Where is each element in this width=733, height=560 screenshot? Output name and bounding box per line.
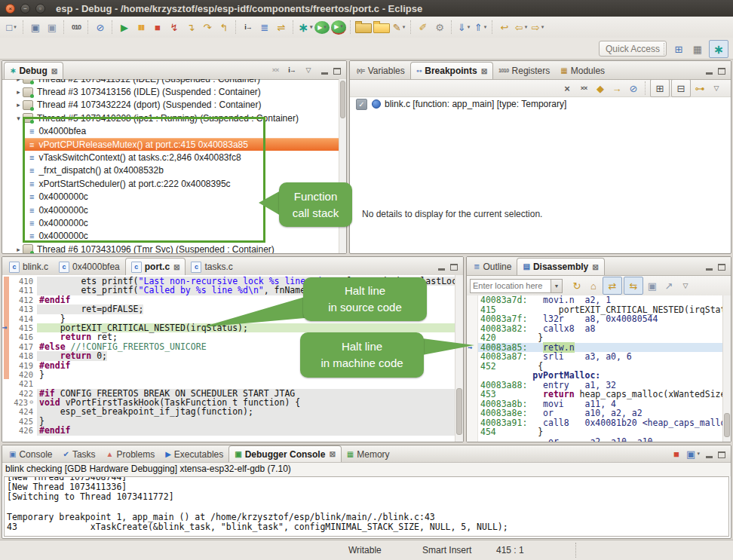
drop-to-frame-icon[interactable]: ≣ bbox=[257, 19, 272, 35]
suspend-icon[interactable]: ▮▮ bbox=[133, 19, 149, 35]
console-tab-memory[interactable]: ▦Memory bbox=[342, 446, 395, 462]
debug-perspective-icon[interactable]: ∗ bbox=[709, 40, 728, 58]
run-dropdown-icon[interactable]: ▾ bbox=[324, 24, 327, 30]
console-tab-tasks[interactable]: ✔Tasks bbox=[57, 446, 100, 462]
remove-selected-breakpoints-icon[interactable]: × bbox=[560, 80, 575, 96]
resume-icon[interactable]: ▶ bbox=[117, 19, 132, 35]
thread-row[interactable]: ▸Thread #4 1073432224 (dport) (Suspended… bbox=[2, 99, 339, 112]
new-wizard-icon[interactable]: □▾ bbox=[4, 19, 19, 35]
search-pencil-dropdown-icon[interactable]: ▾ bbox=[403, 24, 406, 30]
debug-tab-debug[interactable]: ∗Debug⊠ bbox=[4, 62, 63, 79]
pin-view-icon[interactable]: ↗ bbox=[661, 277, 676, 294]
back-dropdown-icon[interactable]: ▾ bbox=[525, 24, 528, 30]
folder-icon[interactable] bbox=[373, 23, 390, 33]
link-with-debug-view-icon[interactable]: ⊶ bbox=[692, 80, 707, 96]
breakpoints-tab-modules[interactable]: ▦Modules bbox=[555, 63, 610, 79]
display-selected-console-icon[interactable]: ▣▾ bbox=[685, 445, 701, 462]
console-output[interactable]: [New Thread 1073468744][New Thread 10734… bbox=[4, 476, 729, 537]
console-view-maximize-icon[interactable] bbox=[718, 451, 725, 458]
debug-configurations-icon[interactable]: ∗▾ bbox=[298, 19, 313, 35]
cpp-perspective-icon[interactable]: ▦ bbox=[690, 41, 705, 57]
disassembly-tab-outline[interactable]: ≣Outline bbox=[468, 259, 517, 275]
stack-frame-row[interactable]: ≡vPortCPUReleaseMutex() at port.c:415 0x… bbox=[23, 138, 339, 151]
editor-maximize-icon[interactable] bbox=[450, 264, 458, 271]
stack-frame-row[interactable]: ≡0x4000000c bbox=[2, 230, 339, 243]
remove-all-terminated-icon[interactable]: ×× bbox=[268, 62, 283, 78]
save-all-icon[interactable]: ▣ bbox=[44, 19, 60, 35]
console-terminate-icon[interactable]: ■ bbox=[669, 445, 684, 462]
last-edit-location-icon[interactable]: ↩ bbox=[497, 19, 512, 35]
back-icon[interactable]: ⇦▾ bbox=[514, 19, 529, 35]
thread-row[interactable]: ▸Thread #2 1073411312 (IDLE) (Suspended … bbox=[2, 79, 339, 85]
editor-scrollbar[interactable] bbox=[455, 275, 463, 442]
console-tab-debugger-console[interactable]: ▣Debugger Console⊠ bbox=[228, 445, 342, 462]
open-new-view-icon[interactable]: ▣ bbox=[645, 277, 660, 294]
breakpoints-tab-breakpoints[interactable]: ●●Breakpoints⊠ bbox=[410, 62, 493, 79]
folder-open-icon[interactable] bbox=[355, 23, 372, 33]
step-into-icon[interactable]: ↴ bbox=[183, 19, 198, 35]
use-step-filters-icon[interactable]: ⇌ bbox=[274, 19, 289, 35]
thread-row[interactable]: ▸Thread #6 1073431096 (Tmr Svc) (Suspend… bbox=[2, 243, 339, 253]
collapse-all-icon[interactable]: ⊟ bbox=[671, 79, 691, 97]
previous-annotation-icon[interactable]: ⇑▾ bbox=[473, 19, 488, 35]
editor-minimize-icon[interactable] bbox=[438, 268, 445, 271]
disassembly-view-minimize-icon[interactable] bbox=[706, 268, 713, 271]
instruction-stepping-mode-icon[interactable]: i→ bbox=[241, 19, 256, 35]
next-annotation-dropdown-icon[interactable]: ▾ bbox=[468, 24, 471, 30]
forward-dropdown-icon[interactable]: ▾ bbox=[541, 24, 544, 30]
disassembly-scrollbar[interactable] bbox=[722, 295, 731, 442]
console-view-minimize-icon[interactable] bbox=[706, 456, 713, 458]
breakpoints-view-minimize-icon[interactable] bbox=[706, 72, 713, 75]
go-to-file-for-breakpoint-icon[interactable]: → bbox=[609, 80, 624, 96]
show-breakpoints-supported-icon[interactable]: ◆ bbox=[593, 80, 608, 96]
stack-frame-row[interactable]: ≡0x4000bfea bbox=[2, 125, 339, 138]
debug-instruction-stepping-icon[interactable]: i→ bbox=[284, 62, 299, 78]
disassembly-refresh-icon[interactable]: ↻ bbox=[569, 277, 584, 294]
disconnect-icon[interactable]: ↯ bbox=[167, 19, 182, 35]
track-expression-icon[interactable]: ⇆ bbox=[624, 277, 643, 295]
open-perspective-icon[interactable]: ⊞ bbox=[671, 41, 686, 57]
close-tab-icon[interactable]: ⊠ bbox=[481, 67, 487, 75]
breakpoints-tab-variables[interactable]: (x)=Variables bbox=[351, 63, 410, 79]
skip-all-breakpoints-view-icon[interactable]: ⊘ bbox=[626, 80, 641, 96]
editor-tab-tasks-c[interactable]: ctasks.c bbox=[186, 259, 238, 275]
minimize-window-button[interactable]: − bbox=[20, 4, 30, 14]
new-wizard-dropdown-icon[interactable]: ▾ bbox=[14, 24, 17, 30]
breakpoints-tab-registers[interactable]: 1010Registers bbox=[493, 63, 555, 79]
stack-frame-row[interactable]: ≡vTaskSwitchContext() at tasks.c:2,846 0… bbox=[2, 151, 339, 164]
disassembly-listing[interactable]: 40083a7d: movi.n a2, 1415 portEXIT_CRITI… bbox=[467, 295, 723, 442]
disassembly-view-menu-icon[interactable]: ▽ bbox=[678, 277, 693, 294]
close-tab-icon[interactable]: ⊠ bbox=[173, 263, 179, 271]
tree-twisty-icon[interactable]: ▸ bbox=[14, 79, 23, 83]
tree-twisty-icon[interactable]: ▸ bbox=[14, 88, 23, 96]
debug-view-maximize-icon[interactable] bbox=[333, 68, 341, 75]
disassembly-view-maximize-icon[interactable] bbox=[718, 264, 725, 271]
console-tab-executables[interactable]: ▶Executables bbox=[160, 446, 228, 462]
editor-tab-0x4000bfea[interactable]: c0x4000bfea bbox=[54, 259, 125, 275]
tree-twisty-icon[interactable]: ▸ bbox=[14, 101, 23, 109]
next-annotation-icon[interactable]: ⇓▾ bbox=[456, 19, 471, 35]
location-input[interactable] bbox=[470, 279, 551, 293]
console-tab-console[interactable]: ▣Console bbox=[4, 446, 57, 462]
forward-icon[interactable]: ⇨▾ bbox=[530, 19, 545, 35]
fold-marker-icon[interactable]: ⊖ bbox=[29, 398, 33, 407]
build-settings-icon[interactable]: ⚙ bbox=[432, 19, 447, 35]
memory-monitor-icon[interactable]: 010 bbox=[69, 19, 84, 35]
step-over-icon[interactable]: ↷ bbox=[200, 19, 215, 35]
display-selected-console-dropdown-icon[interactable]: ▾ bbox=[697, 451, 700, 457]
search-pencil-icon[interactable]: ✎▾ bbox=[391, 19, 406, 35]
tree-twisty-icon[interactable]: ▸ bbox=[14, 246, 23, 253]
mark-occurrences-icon[interactable]: ✐ bbox=[416, 19, 431, 35]
disassembly-tab-disassembly[interactable]: ▤Disassembly⊠ bbox=[517, 258, 604, 275]
location-dropdown-icon[interactable]: ▼ bbox=[551, 279, 563, 293]
external-tools-dropdown-icon[interactable]: ▾ bbox=[340, 23, 343, 29]
tree-twisty-icon[interactable]: ▾ bbox=[14, 115, 23, 122]
thread-row[interactable]: ▸Thread #3 1073413156 (IDLE) (Suspended … bbox=[2, 85, 339, 98]
breakpoint-checkbox[interactable]: ✓ bbox=[356, 99, 367, 110]
disassembly-line[interactable]: or a2, a10, a10 bbox=[467, 437, 723, 442]
sync-active-context-icon[interactable]: ⇄ bbox=[603, 277, 622, 295]
close-tab-icon[interactable]: ⊠ bbox=[51, 67, 57, 75]
skip-all-breakpoints-icon[interactable]: ⊘ bbox=[93, 19, 108, 35]
close-tab-icon[interactable]: ⊠ bbox=[329, 450, 335, 458]
close-tab-icon[interactable]: ⊠ bbox=[592, 263, 598, 271]
